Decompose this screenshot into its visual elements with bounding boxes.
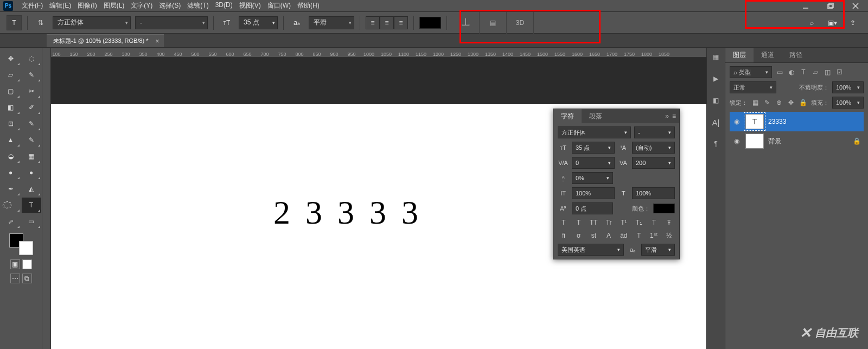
- background-swatch[interactable]: [19, 241, 33, 255]
- tab-layers[interactable]: 图层: [725, 48, 754, 62]
- tool-button[interactable]: ●: [1, 165, 21, 180]
- layer-name[interactable]: 23333: [768, 118, 786, 125]
- tool-button[interactable]: ◧: [1, 100, 21, 115]
- antialias-dropdown[interactable]: 平滑▾: [309, 16, 354, 29]
- tool-button[interactable]: T: [22, 198, 41, 213]
- canvas-text-layer[interactable]: 23333: [273, 193, 433, 232]
- text-orientation-toggle[interactable]: ⇅: [33, 15, 48, 30]
- quick-mask-button[interactable]: ▣: [10, 259, 20, 269]
- vertical-ruler[interactable]: [42, 48, 51, 349]
- cp-vscale[interactable]: 100%: [572, 187, 615, 199]
- cp-font-style[interactable]: -▾: [634, 126, 675, 138]
- tool-button[interactable]: ✎: [22, 116, 41, 131]
- menu-item[interactable]: 文件(F): [18, 0, 46, 11]
- lock-icon[interactable]: ▦: [751, 98, 760, 107]
- type-style-button[interactable]: T: [649, 219, 659, 226]
- menu-item[interactable]: 选择(S): [156, 0, 184, 11]
- type-style-button[interactable]: T: [559, 219, 569, 226]
- menu-item[interactable]: 图像(I): [74, 0, 100, 11]
- lock-icon[interactable]: ⊕: [775, 98, 783, 107]
- close-tab-icon[interactable]: ×: [156, 37, 159, 45]
- type-style-button[interactable]: T₁: [634, 219, 644, 226]
- tool-button[interactable]: ✐: [22, 100, 41, 115]
- font-family-dropdown[interactable]: 方正舒体▾: [53, 16, 131, 29]
- tab-paragraph[interactable]: 段落: [582, 109, 610, 123]
- tool-button[interactable]: ҈: [1, 198, 21, 213]
- screen-switch-button[interactable]: ⧉: [22, 274, 32, 283]
- menu-item[interactable]: 文字(Y): [127, 0, 156, 11]
- search-button[interactable]: ⌕: [804, 15, 819, 30]
- tool-button[interactable]: ▱: [1, 67, 21, 83]
- character-panel[interactable]: 字符 段落 »≡ 方正舒体▾ -▾ тT 35 点▾ ᵗA (自动)▾ V/A …: [553, 109, 680, 259]
- tool-button[interactable]: ▭: [22, 214, 41, 229]
- tool-button[interactable]: ✥: [1, 51, 21, 66]
- collapse-icon[interactable]: »: [665, 112, 669, 120]
- tab-paths[interactable]: 路径: [782, 48, 810, 62]
- character-panel-icon[interactable]: A|: [710, 116, 722, 128]
- menu-item[interactable]: 帮助(H): [294, 0, 323, 11]
- filter-icon[interactable]: ▱: [811, 68, 820, 77]
- character-panel-button[interactable]: ▤: [480, 12, 507, 34]
- blend-mode-dropdown[interactable]: 正常▾: [730, 81, 776, 93]
- tool-button[interactable]: ▢: [1, 84, 21, 99]
- filter-icon[interactable]: ◫: [823, 68, 832, 77]
- fill-field[interactable]: 100%▾: [832, 97, 864, 109]
- type-style-button[interactable]: Ŧ: [664, 219, 674, 226]
- cp-aa-mode[interactable]: 平滑▾: [641, 244, 675, 256]
- tool-button[interactable]: ✎: [22, 67, 41, 83]
- minimize-button[interactable]: [793, 0, 818, 12]
- lock-icon[interactable]: ✥: [787, 98, 795, 107]
- edit-toolbar-button[interactable]: ⋯: [10, 274, 20, 283]
- close-button[interactable]: [843, 0, 868, 12]
- 3d-button[interactable]: 3D: [507, 12, 534, 34]
- tool-button[interactable]: ⊡: [1, 116, 21, 131]
- align-left-button[interactable]: ≡: [366, 16, 380, 29]
- cp-size[interactable]: 35 点▾: [572, 142, 615, 154]
- menu-item[interactable]: 编辑(E): [46, 0, 74, 11]
- align-center-button[interactable]: ≡: [380, 16, 394, 29]
- layer-thumbnail[interactable]: T: [745, 114, 764, 129]
- filter-icon[interactable]: ☑: [835, 68, 844, 77]
- properties-panel-icon[interactable]: ▶: [710, 73, 722, 85]
- menu-item[interactable]: 3D(D): [212, 0, 236, 11]
- tool-button[interactable]: ⬀: [1, 214, 21, 229]
- visibility-toggle[interactable]: ◉: [732, 137, 741, 145]
- cp-tracking[interactable]: 200▾: [632, 157, 675, 169]
- tool-button[interactable]: ✎: [22, 132, 41, 148]
- document-tab[interactable]: 未标题-1 @ 100% (23333, RGB/8) * ×: [47, 34, 164, 47]
- tool-button[interactable]: ✒: [1, 181, 21, 196]
- active-tool-indicator[interactable]: T: [7, 15, 22, 30]
- opentype-feature-button[interactable]: ād: [619, 232, 629, 239]
- type-style-button[interactable]: Tr: [604, 219, 614, 226]
- opentype-feature-button[interactable]: σ: [574, 232, 584, 239]
- screen-mode-button[interactable]: [22, 259, 32, 269]
- tool-button[interactable]: ▦: [22, 149, 41, 164]
- cp-baseline[interactable]: 0 点: [572, 202, 613, 214]
- arrange-documents-button[interactable]: ▣▾: [825, 15, 840, 30]
- share-button[interactable]: ⇪: [845, 15, 860, 30]
- paragraph-panel-icon[interactable]: ¶: [710, 138, 722, 150]
- cp-hscale[interactable]: 100%: [632, 187, 675, 199]
- type-style-button[interactable]: T¹: [619, 219, 629, 226]
- menu-item[interactable]: 视图(V): [236, 0, 264, 11]
- filter-icon[interactable]: T: [799, 68, 808, 77]
- cp-font-family[interactable]: 方正舒体▾: [558, 126, 631, 138]
- opentype-feature-button[interactable]: A: [604, 232, 614, 239]
- font-size-field[interactable]: 35 点▾: [239, 16, 278, 29]
- menu-icon[interactable]: ≡: [672, 112, 676, 120]
- tool-button[interactable]: ◭: [22, 181, 41, 196]
- tool-button[interactable]: ●: [22, 165, 41, 180]
- cp-tsume[interactable]: 0%▾: [572, 172, 613, 184]
- menu-item[interactable]: 窗口(W): [264, 0, 294, 11]
- tool-button[interactable]: ◒: [1, 149, 21, 164]
- opentype-feature-button[interactable]: st: [589, 232, 599, 239]
- opentype-feature-button[interactable]: T: [634, 232, 644, 239]
- type-style-button[interactable]: TT: [589, 219, 599, 226]
- cp-color-swatch[interactable]: [653, 204, 675, 213]
- tab-character[interactable]: 字符: [553, 109, 582, 123]
- type-style-button[interactable]: T: [574, 219, 584, 226]
- menu-item[interactable]: 图层(L): [100, 0, 128, 11]
- layer-filter-type-dropdown[interactable]: ⌕ 类型▾: [730, 66, 772, 78]
- adjustments-panel-icon[interactable]: ◧: [710, 94, 722, 106]
- align-right-button[interactable]: ≡: [394, 16, 408, 29]
